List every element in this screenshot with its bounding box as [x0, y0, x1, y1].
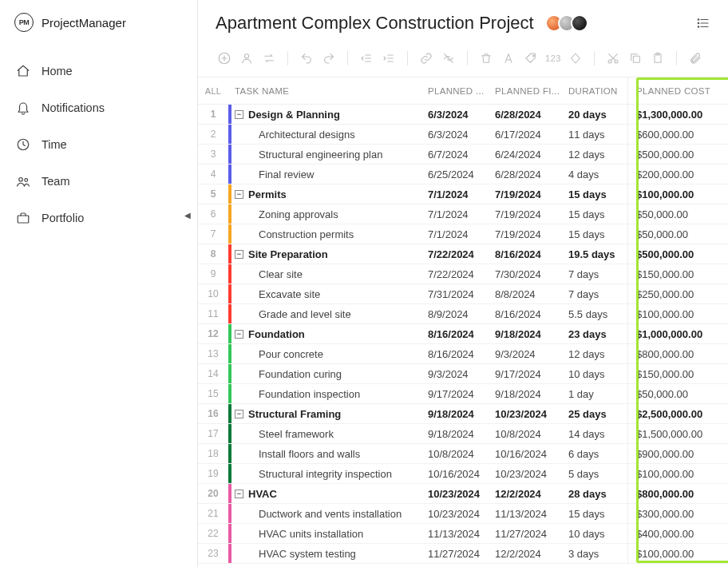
cell-duration[interactable]: 12 days	[568, 145, 627, 164]
cell-planned-start[interactable]: 7/1/2024	[428, 184, 495, 204]
link-icon[interactable]	[417, 50, 435, 67]
collapse-toggle-icon[interactable]: −	[235, 490, 243, 498]
nav-home[interactable]: Home	[0, 53, 197, 89]
cell-planned-start[interactable]: 7/22/2024	[428, 244, 495, 264]
cell-planned-cost[interactable]: $150,000.00	[627, 264, 728, 284]
avatars[interactable]	[550, 14, 588, 32]
indent-icon[interactable]	[380, 50, 398, 67]
app-logo[interactable]: PM ProjectManager	[0, 8, 197, 46]
collapse-toggle-icon[interactable]: −	[235, 330, 243, 339]
cell-duration[interactable]: 12 days	[568, 344, 627, 363]
cell-planned-finish[interactable]: 9/17/2024	[495, 364, 568, 383]
add-icon[interactable]	[216, 50, 233, 67]
cell-planned-cost[interactable]: $800,000.00	[627, 484, 728, 503]
cell-planned-cost[interactable]: $600,000.00	[627, 125, 728, 144]
cell-planned-finish[interactable]: 6/28/2024	[495, 165, 568, 184]
task-row[interactable]: 14Foundation curing9/3/20249/17/202410 d…	[198, 364, 728, 384]
cell-planned-cost[interactable]: $400,000.00	[627, 524, 728, 543]
col-planned-cost[interactable]: PLANNED COST	[627, 77, 728, 104]
task-row[interactable]: 4Final review6/25/20246/28/20244 days$20…	[198, 165, 728, 184]
cell-planned-cost[interactable]: $50,000.00	[627, 224, 728, 244]
cell-planned-finish[interactable]: 7/19/2024	[495, 204, 568, 224]
cell-planned-start[interactable]: 7/1/2024	[428, 224, 495, 244]
col-task-name[interactable]: TASK NAME	[231, 77, 428, 104]
cell-planned-cost[interactable]: $1,300,000.00	[627, 105, 728, 124]
task-row[interactable]: 2Architectural designs6/3/20246/17/20241…	[198, 125, 728, 145]
cell-planned-finish[interactable]: 6/24/2024	[495, 145, 568, 164]
cell-planned-cost[interactable]: $100,000.00	[627, 304, 728, 323]
cell-planned-cost[interactable]: $2,500,000.00	[627, 404, 728, 423]
cell-duration[interactable]: 5 days	[568, 464, 627, 483]
cell-planned-finish[interactable]: 8/16/2024	[495, 304, 568, 323]
cell-planned-cost[interactable]: $800,000.00	[627, 344, 728, 363]
cell-planned-finish[interactable]: 11/13/2024	[495, 504, 568, 523]
cell-planned-finish[interactable]: 9/18/2024	[495, 384, 568, 403]
list-menu-icon[interactable]	[696, 16, 710, 30]
cell-planned-cost[interactable]: $300,000.00	[627, 504, 728, 523]
cell-planned-start[interactable]: 8/16/2024	[428, 324, 495, 343]
task-row[interactable]: 20−HVAC10/23/202412/2/202428 days$800,00…	[198, 484, 728, 504]
cell-planned-cost[interactable]: $100,000.00	[627, 544, 728, 563]
unlink-icon[interactable]	[440, 50, 457, 67]
collapse-toggle-icon[interactable]: −	[235, 250, 243, 259]
cell-planned-finish[interactable]: 7/30/2024	[495, 264, 568, 284]
trash-icon[interactable]	[477, 50, 495, 67]
cell-duration[interactable]: 11 days	[568, 125, 627, 144]
collapse-toggle-icon[interactable]: −	[235, 410, 243, 418]
cell-duration[interactable]: 19.5 days	[568, 244, 627, 264]
cell-planned-start[interactable]: 7/1/2024	[428, 204, 495, 224]
assign-icon[interactable]	[238, 50, 255, 67]
text-style-icon[interactable]	[500, 50, 517, 67]
nav-notifications[interactable]: Notifications	[0, 89, 197, 126]
cell-planned-finish[interactable]: 12/2/2024	[495, 544, 568, 563]
collapse-toggle-icon[interactable]: −	[235, 190, 243, 199]
cell-planned-cost[interactable]: $50,000.00	[627, 384, 728, 403]
cell-duration[interactable]: 23 days	[568, 324, 627, 343]
cell-duration[interactable]: 7 days	[568, 284, 627, 303]
cell-planned-start[interactable]: 9/17/2024	[428, 384, 495, 403]
task-row[interactable]: 19Structural integrity inspection10/16/2…	[198, 464, 728, 484]
cell-duration[interactable]: 4 days	[568, 165, 627, 184]
cell-duration[interactable]: 15 days	[568, 184, 627, 204]
cell-planned-start[interactable]: 11/13/2024	[428, 524, 495, 543]
cell-duration[interactable]: 10 days	[568, 524, 627, 543]
cell-planned-start[interactable]: 8/16/2024	[428, 344, 495, 363]
cell-planned-finish[interactable]: 6/28/2024	[495, 105, 568, 124]
tag-icon[interactable]	[522, 50, 540, 67]
task-row[interactable]: 11Grade and level site8/9/20248/16/20245…	[198, 304, 728, 324]
cell-duration[interactable]: 7 days	[568, 264, 627, 284]
cell-duration[interactable]: 15 days	[568, 504, 627, 523]
task-row[interactable]: 15Foundation inspection9/17/20249/18/202…	[198, 384, 728, 404]
cell-planned-start[interactable]: 6/7/2024	[428, 145, 495, 164]
sidebar-collapse-icon[interactable]: ◀	[184, 211, 191, 220]
cell-planned-finish[interactable]: 10/8/2024	[495, 424, 568, 443]
cell-planned-start[interactable]: 8/9/2024	[428, 304, 495, 323]
cell-planned-cost[interactable]: $1,500,000.00	[627, 424, 728, 443]
cell-duration[interactable]: 10 days	[568, 364, 627, 383]
cell-planned-start[interactable]: 6/3/2024	[428, 105, 495, 124]
cell-planned-finish[interactable]: 7/19/2024	[495, 224, 568, 244]
task-row[interactable]: 9Clear site7/22/20247/30/20247 days$150,…	[198, 264, 728, 284]
col-all[interactable]: ALL	[198, 77, 228, 104]
cell-planned-cost[interactable]: $100,000.00	[627, 464, 728, 483]
cell-duration[interactable]: 15 days	[568, 204, 627, 224]
cell-duration[interactable]: 3 days	[568, 544, 627, 563]
cell-planned-start[interactable]: 9/18/2024	[428, 404, 495, 423]
task-row[interactable]: 16−Structural Framing9/18/202410/23/2024…	[198, 404, 728, 424]
task-row[interactable]: 3Structural engineering plan6/7/20246/24…	[198, 145, 728, 165]
cell-planned-finish[interactable]: 6/17/2024	[495, 125, 568, 144]
cell-planned-finish[interactable]: 9/18/2024	[495, 324, 568, 343]
paste-icon[interactable]	[649, 50, 667, 67]
cell-planned-cost[interactable]: $900,000.00	[627, 444, 728, 463]
task-row[interactable]: 23HVAC system testing11/27/202412/2/2024…	[198, 544, 728, 564]
cell-planned-cost[interactable]: $250,000.00	[627, 284, 728, 303]
number-icon[interactable]: 123	[544, 50, 562, 67]
cell-duration[interactable]: 20 days	[568, 105, 627, 124]
task-row[interactable]: 10Excavate site7/31/20248/8/20247 days$2…	[198, 284, 728, 304]
task-row[interactable]: 5−Permits7/1/20247/19/202415 days$100,00…	[198, 184, 728, 204]
cell-duration[interactable]: 15 days	[568, 224, 627, 244]
cell-planned-cost[interactable]: $1,000,000.00	[627, 324, 728, 343]
cell-planned-finish[interactable]: 8/16/2024	[495, 244, 568, 264]
cell-planned-start[interactable]: 9/18/2024	[428, 424, 495, 443]
cell-planned-start[interactable]: 7/22/2024	[428, 264, 495, 284]
